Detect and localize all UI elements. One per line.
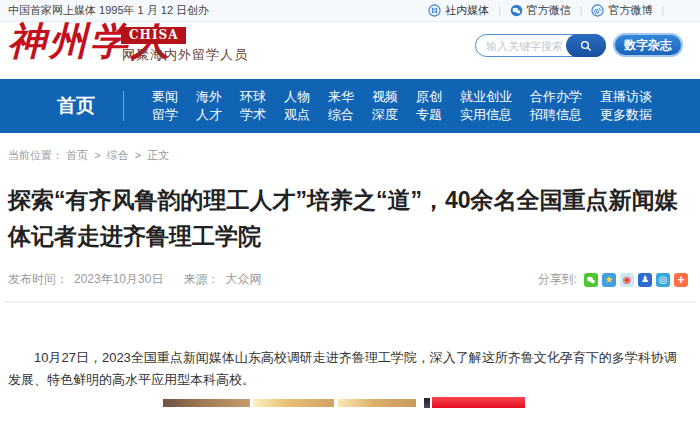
nav-item[interactable]: 深度	[372, 106, 398, 124]
article-image-5	[432, 397, 525, 408]
share-weibo-icon[interactable]: ◉	[620, 273, 634, 287]
wechat-bubbles-icon	[586, 275, 596, 285]
nav-column: 视频 深度	[372, 88, 398, 124]
official-weibo-link[interactable]: 官方微博	[591, 3, 652, 18]
nav-column: 人物 观点	[284, 88, 310, 124]
divider: |	[498, 5, 501, 16]
nav-columns: 要闻 留学 海外 人才 环球 学术 人物 观点 来华 综合 视频 深度 原创 专…	[152, 88, 652, 124]
nav-item[interactable]: 来华	[328, 88, 354, 106]
share-tencent-icon[interactable]: ◎	[656, 273, 670, 287]
source-value: 大众网	[225, 272, 261, 286]
share-wechat-icon[interactable]	[584, 273, 598, 287]
article-image-2	[253, 399, 334, 407]
site-header: 神州学人 CHISA 网聚海内外留学人员 数字杂志	[0, 22, 700, 79]
search-input[interactable]	[476, 40, 567, 52]
breadcrumb-separator: >	[94, 149, 100, 161]
site-tagline: 网聚海内外留学人员	[122, 46, 248, 64]
nav-item[interactable]: 就业创业	[460, 88, 512, 106]
divider: |	[580, 5, 583, 16]
article-image-1	[163, 399, 250, 407]
nav-divider	[123, 91, 124, 121]
breadcrumb-home[interactable]: 首页	[66, 149, 88, 161]
chisa-badge: CHISA	[121, 27, 186, 44]
main-nav: 首页 要闻 留学 海外 人才 环球 学术 人物 观点 来华 综合 视频 深度 原…	[0, 79, 700, 133]
nav-item[interactable]: 海外	[196, 88, 222, 106]
nav-item[interactable]: 要闻	[152, 88, 178, 106]
share-renren-icon[interactable]: ♟	[638, 273, 652, 287]
nav-column: 环球 学术	[240, 88, 266, 124]
nav-item[interactable]: 环球	[240, 88, 266, 106]
wechat-icon	[510, 4, 523, 17]
search-button[interactable]	[566, 34, 606, 57]
article-title: 探索“有齐风鲁韵的理工人才”培养之“道”，40余名全国重点新闻媒体记者走进齐鲁理…	[8, 182, 692, 254]
breadcrumb-section[interactable]: 综合	[107, 149, 129, 161]
article-image-4	[424, 398, 430, 408]
nav-item[interactable]: 招聘信息	[530, 106, 582, 124]
grid-icon	[428, 4, 441, 17]
source-label: 来源：	[183, 272, 219, 286]
nav-item[interactable]: 学术	[240, 106, 266, 124]
nav-item[interactable]: 观点	[284, 106, 310, 124]
nav-column: 合作办学 招聘信息	[530, 88, 582, 124]
share-more-icon[interactable]: +	[674, 273, 688, 287]
share-label: 分享到:	[538, 271, 577, 288]
nav-item[interactable]: 专题	[416, 106, 442, 124]
nav-item[interactable]: 原创	[416, 88, 442, 106]
nav-column: 要闻 留学	[152, 88, 178, 124]
digital-magazine-button[interactable]: 数字杂志	[613, 33, 683, 57]
nav-item[interactable]: 视频	[372, 88, 398, 106]
nav-item[interactable]: 实用信息	[460, 106, 512, 124]
article-image-3	[338, 399, 416, 407]
nav-column: 就业创业 实用信息	[460, 88, 512, 124]
article-paragraph: 10月27日，2023全国重点新闻媒体山东高校调研走进齐鲁理工学院，深入了解这所…	[8, 347, 688, 391]
search-icon	[580, 40, 592, 52]
breadcrumb-prefix: 当前位置：	[8, 149, 63, 161]
article-meta: 发布时间：2023年10月30日来源：大众网 分享到: ★ ◉ ♟ ◎ +	[8, 271, 688, 288]
nav-item[interactable]: 更多数据	[600, 106, 652, 124]
nav-home[interactable]: 首页	[57, 93, 95, 119]
internal-media-link[interactable]: 社内媒体	[428, 3, 489, 18]
nav-item[interactable]: 人才	[196, 106, 222, 124]
nav-item[interactable]: 合作办学	[530, 88, 582, 106]
meta-divider	[4, 301, 696, 303]
nav-column: 直播访谈 更多数据	[600, 88, 652, 124]
breadcrumb-separator: >	[135, 149, 141, 161]
publish-info: 发布时间：2023年10月30日来源：大众网	[8, 271, 267, 288]
nav-column: 海外 人才	[196, 88, 222, 124]
share-bar: 分享到: ★ ◉ ♟ ◎ +	[538, 271, 688, 288]
share-qzone-icon[interactable]: ★	[602, 273, 616, 287]
weibo-icon	[591, 4, 604, 17]
search-box	[475, 34, 606, 57]
top-bar-links: 社内媒体 | 官方微信 | 官方微博 |	[428, 3, 664, 18]
nav-item[interactable]: 直播访谈	[600, 88, 652, 106]
breadcrumb: 当前位置： 首页 > 综合 > 正文	[8, 148, 700, 163]
publish-date: 2023年10月30日	[74, 272, 163, 286]
publish-time-label: 发布时间：	[8, 272, 68, 286]
breadcrumb-current: 正文	[147, 149, 169, 161]
nav-column: 来华 综合	[328, 88, 354, 124]
nav-item[interactable]: 综合	[328, 106, 354, 124]
nav-item[interactable]: 人物	[284, 88, 310, 106]
official-wechat-link[interactable]: 官方微信	[510, 3, 571, 18]
nav-item[interactable]: 留学	[152, 106, 178, 124]
nav-column: 原创 专题	[416, 88, 442, 124]
divider: |	[661, 5, 664, 16]
